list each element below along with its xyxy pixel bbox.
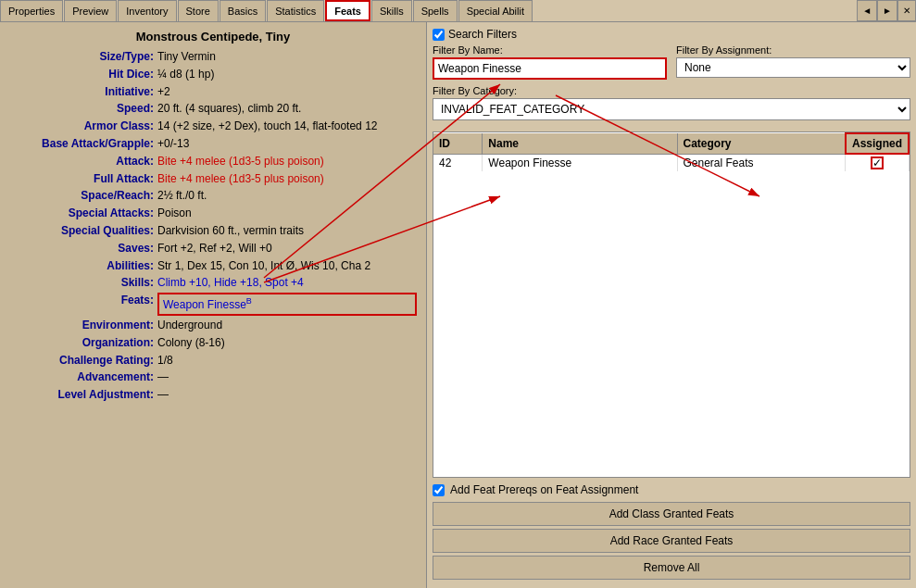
label-advancement: Advancement: [9, 369, 157, 385]
tab-nav-back[interactable]: ◄ [857, 0, 877, 21]
assigned-checkbox[interactable]: ✓ [871, 156, 884, 169]
char-row-initiative: Initiative: +2 [9, 84, 417, 100]
label-sizetype: Size/Type: [9, 49, 157, 65]
value-sizetype: Tiny Vermin [157, 49, 417, 65]
char-row-advancement: Advancement: — [9, 369, 417, 385]
cell-name: Weapon Finesse [483, 154, 677, 171]
label-organization: Organization: [9, 335, 157, 351]
char-row-sizetype: Size/Type: Tiny Vermin [9, 49, 417, 65]
label-saves: Saves: [9, 241, 157, 256]
feats-table: ID Name Category Assigned 42 Weapon Fine… [433, 132, 910, 171]
add-prereqs-checkbox[interactable] [433, 484, 445, 496]
tab-basics[interactable]: Basics [220, 0, 266, 21]
label-specialqualities: Special Qualities: [9, 223, 157, 239]
character-title: Monstrous Centipede, Tiny [9, 30, 417, 44]
label-cr: Challenge Rating: [9, 353, 157, 369]
value-environment: Underground [157, 318, 417, 333]
char-row-specialqualities: Special Qualities: Darkvision 60 ft., ve… [9, 223, 417, 239]
table-row[interactable]: 42 Weapon Finesse General Feats ✓ [433, 154, 909, 171]
char-row-hitdice: Hit Dice: ¼ d8 (1 hp) [9, 67, 417, 82]
filter-by-category-label: Filter By Category: [433, 85, 910, 96]
search-filters-header: Search Filters [433, 28, 910, 41]
value-hitdice: ¼ d8 (1 hp) [157, 67, 417, 82]
remove-all-button[interactable]: Remove All [433, 556, 910, 580]
filter-by-assignment-group: Filter By Assignment: None Assigned Not … [676, 44, 910, 80]
tab-spells[interactable]: Spells [413, 0, 458, 21]
bottom-area: Add Feat Prereqs on Feat Assignment Add … [433, 483, 910, 582]
value-speed: 20 ft. (4 squares), climb 20 ft. [157, 101, 417, 117]
value-feats: Weapon FinesseB [157, 293, 417, 316]
char-row-leveladj: Level Adjustment: — [9, 387, 417, 403]
value-saves: Fort +2, Ref +2, Will +0 [157, 241, 417, 256]
value-fullattack: Bite +4 melee (1d3-5 plus poison) [157, 171, 417, 187]
label-ac: Armor Class: [9, 119, 157, 134]
value-baseattack: +0/-13 [157, 136, 417, 152]
filter-by-assignment-select[interactable]: None Assigned Not Assigned [676, 57, 910, 78]
col-header-name: Name [483, 133, 677, 154]
label-abilities: Abilities: [9, 258, 157, 274]
filter-by-category-select[interactable]: INVALID_FEAT_CATEGORY [433, 98, 910, 120]
add-class-granted-feats-button[interactable]: Add Class Granted Feats [433, 502, 910, 526]
label-initiative: Initiative: [9, 84, 157, 100]
label-speed: Speed: [9, 101, 157, 117]
add-race-granted-feats-button[interactable]: Add Race Granted Feats [433, 529, 910, 553]
label-baseattack: Base Attack/Grapple: [9, 136, 157, 152]
value-cr: 1/8 [157, 353, 417, 369]
cell-id: 42 [433, 154, 483, 171]
filter-row-top: Filter By Name: Filter By Assignment: No… [433, 44, 910, 80]
label-specialattacks: Special Attacks: [9, 206, 157, 221]
char-row-specialattacks: Special Attacks: Poison [9, 206, 417, 221]
cell-assigned[interactable]: ✓ [846, 154, 909, 171]
tab-close[interactable]: ✕ [897, 0, 916, 21]
value-initiative: +2 [157, 84, 417, 100]
char-row-speed: Speed: 20 ft. (4 squares), climb 20 ft. [9, 101, 417, 117]
char-row-abilities: Abilities: Str 1, Dex 15, Con 10, Int Ø,… [9, 258, 417, 274]
tab-special-abilit[interactable]: Special Abilit [458, 0, 533, 21]
label-environment: Environment: [9, 318, 157, 333]
search-filters-checkbox[interactable] [433, 29, 445, 41]
char-row-environment: Environment: Underground [9, 318, 417, 333]
tab-bar: Properties Preview Inventory Store Basic… [0, 0, 916, 22]
filter-by-assignment-label: Filter By Assignment: [676, 44, 910, 56]
tab-statistics[interactable]: Statistics [267, 0, 324, 21]
char-row-cr: Challenge Rating: 1/8 [9, 353, 417, 369]
filter-by-name-label: Filter By Name: [433, 44, 667, 56]
value-ac: 14 (+2 size, +2 Dex), touch 14, flat-foo… [157, 119, 417, 134]
tab-store[interactable]: Store [178, 0, 219, 21]
add-prereqs-label: Add Feat Prereqs on Feat Assignment [450, 483, 638, 496]
label-feats: Feats: [9, 293, 157, 316]
label-hitdice: Hit Dice: [9, 67, 157, 82]
value-space: 2½ ft./0 ft. [157, 188, 417, 204]
col-header-assigned: Assigned [846, 133, 909, 154]
char-row-ac: Armor Class: 14 (+2 size, +2 Dex), touch… [9, 119, 417, 134]
add-prereqs-row: Add Feat Prereqs on Feat Assignment [433, 483, 910, 496]
tab-nav-forward[interactable]: ► [877, 0, 897, 21]
filter-by-name-group: Filter By Name: [433, 44, 667, 80]
tab-preview[interactable]: Preview [64, 0, 117, 21]
value-specialattacks: Poison [157, 206, 417, 221]
tab-inventory[interactable]: Inventory [118, 0, 176, 21]
char-row-feats: Feats: Weapon FinesseB [9, 293, 417, 316]
char-row-attack: Attack: Bite +4 melee (1d3-5 plus poison… [9, 154, 417, 169]
tab-properties[interactable]: Properties [0, 0, 63, 21]
filter-by-category-group: Filter By Category: INVALID_FEAT_CATEGOR… [433, 85, 910, 120]
value-specialqualities: Darkvision 60 ft., vermin traits [157, 223, 417, 239]
value-leveladj: — [157, 387, 417, 403]
feats-table-container: ID Name Category Assigned 42 Weapon Fine… [433, 131, 910, 478]
right-panel: Search Filters Filter By Name: Filter By… [426, 22, 916, 588]
filter-by-name-input[interactable] [433, 57, 667, 80]
tab-feats[interactable]: Feats [325, 0, 370, 21]
tab-skills[interactable]: Skills [371, 0, 412, 21]
char-row-fullattack: Full Attack: Bite +4 melee (1d3-5 plus p… [9, 171, 417, 187]
search-filters: Search Filters Filter By Name: Filter By… [433, 28, 910, 126]
cell-category: General Feats [677, 154, 846, 171]
label-attack: Attack: [9, 154, 157, 169]
assigned-checkbox-wrapper: ✓ [851, 156, 902, 169]
label-leveladj: Level Adjustment: [9, 387, 157, 403]
col-header-id: ID [433, 133, 483, 154]
char-row-skills: Skills: Climb +10, Hide +18, Spot +4 [9, 275, 417, 291]
value-attack: Bite +4 melee (1d3-5 plus poison) [157, 154, 417, 169]
char-row-organization: Organization: Colony (8-16) [9, 335, 417, 351]
value-skills: Climb +10, Hide +18, Spot +4 [157, 275, 417, 291]
char-row-saves: Saves: Fort +2, Ref +2, Will +0 [9, 241, 417, 256]
